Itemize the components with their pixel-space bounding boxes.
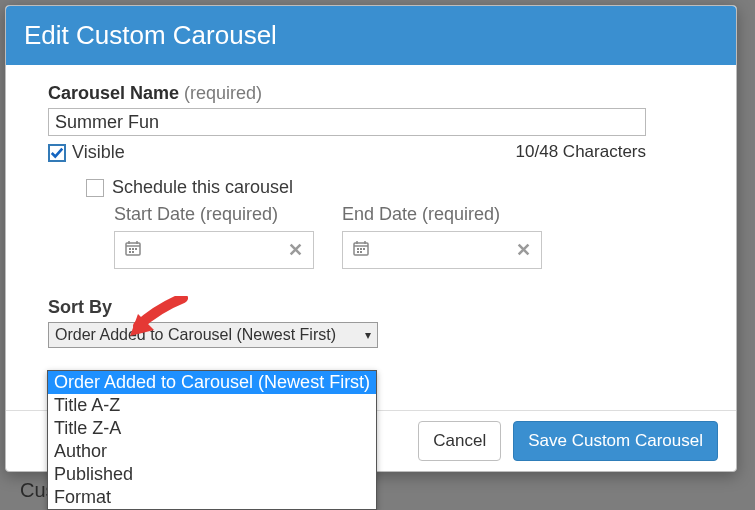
schedule-checkbox-row[interactable]: Schedule this carousel [86,177,694,198]
sort-by-dropdown-list[interactable]: Order Added to Carousel (Newest First) T… [47,370,377,510]
clear-end-date-icon[interactable]: ✕ [516,239,531,261]
visible-label: Visible [72,142,125,163]
end-date-label: End Date (required) [342,204,542,225]
sort-option[interactable]: Order Added to Carousel (Newest First) [48,371,376,394]
sort-option[interactable]: Published [48,463,376,486]
sort-option[interactable]: Title A-Z [48,394,376,417]
svg-rect-2 [129,248,131,250]
calendar-icon [353,240,369,260]
cancel-button[interactable]: Cancel [418,421,501,461]
save-button[interactable]: Save Custom Carousel [513,421,718,461]
sort-option[interactable]: Title Z-A [48,417,376,440]
sort-by-selected-value: Order Added to Carousel (Newest First) [55,326,336,344]
svg-rect-6 [132,251,134,253]
end-date-input[interactable]: ✕ [342,231,542,269]
chevron-down-icon: ▾ [365,328,371,342]
start-date-label: Start Date (required) [114,204,314,225]
calendar-icon [125,240,141,260]
carousel-name-label: Carousel Name (required) [48,83,694,104]
svg-rect-3 [132,248,134,250]
schedule-checkbox[interactable] [86,179,104,197]
carousel-name-input[interactable] [48,108,646,136]
svg-rect-11 [357,248,359,250]
schedule-label: Schedule this carousel [112,177,293,198]
clear-start-date-icon[interactable]: ✕ [288,239,303,261]
svg-rect-15 [360,251,362,253]
svg-rect-4 [135,248,137,250]
sort-by-select[interactable]: Order Added to Carousel (Newest First) ▾ [48,322,378,348]
svg-rect-12 [360,248,362,250]
sort-option[interactable]: Author [48,440,376,463]
char-count: 10/48 Characters [516,142,646,162]
modal-title: Edit Custom Carousel [6,6,736,65]
svg-rect-13 [363,248,365,250]
svg-rect-14 [357,251,359,253]
start-date-input[interactable]: ✕ [114,231,314,269]
svg-rect-5 [129,251,131,253]
annotation-arrow-icon [128,296,188,336]
visible-checkbox-row[interactable]: Visible [48,142,125,163]
visible-checkbox[interactable] [48,144,66,162]
sort-option[interactable]: Format [48,486,376,509]
